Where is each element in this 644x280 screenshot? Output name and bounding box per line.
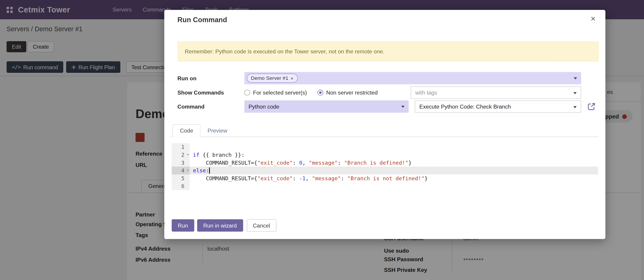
chevron-down-icon xyxy=(573,92,577,94)
warning-banner: Remember: Python code is executed on the… xyxy=(178,41,599,62)
with-tags-select[interactable]: with tags xyxy=(411,86,581,99)
run-in-wizard-button[interactable]: Run in wizard xyxy=(197,219,243,232)
warning-text: Remember: Python code is executed on the… xyxy=(185,48,384,55)
command-value: Execute Python Code: Check Branch xyxy=(419,103,511,109)
chevron-down-icon xyxy=(574,77,577,79)
tab-preview[interactable]: Preview xyxy=(200,125,234,136)
screen: Cetmix Tower Servers Commands Files Tool… xyxy=(0,0,644,280)
command-type-value: Python code xyxy=(248,103,279,109)
show-commands-label: Show Commands xyxy=(178,86,224,99)
radio-non-restricted-label[interactable]: Non server restricted xyxy=(326,90,378,96)
text-cursor xyxy=(209,167,210,174)
radio-selected-servers-label[interactable]: For selected server(s) xyxy=(253,90,307,96)
code-editor[interactable]: 12▾34▾56 if {{ branch }}: COMMAND_RESULT… xyxy=(172,142,598,192)
tab-code[interactable]: Code xyxy=(172,124,200,137)
chip-remove-icon[interactable]: × xyxy=(290,76,294,81)
command-select[interactable]: Execute Python Code: Check Branch xyxy=(415,100,581,113)
radio-non-restricted[interactable] xyxy=(318,90,323,95)
editor-tabbar: Code Preview xyxy=(171,123,599,137)
radio-selected-servers[interactable] xyxy=(244,90,250,95)
server-tag-label: Demo Server #1 xyxy=(251,75,288,81)
fold-arrow-icon[interactable]: ▾ xyxy=(187,167,189,175)
external-link-icon[interactable] xyxy=(587,102,596,111)
server-tag-chip[interactable]: Demo Server #1 × xyxy=(247,74,298,83)
cancel-button[interactable]: Cancel xyxy=(246,219,276,232)
run-command-modal: Run Command × Remember: Python code is e… xyxy=(164,10,606,239)
run-button[interactable]: Run xyxy=(172,219,194,232)
close-icon[interactable]: × xyxy=(591,15,596,23)
run-on-label: Run on xyxy=(178,72,197,84)
fold-arrow-icon[interactable]: ▾ xyxy=(187,151,189,159)
command-label: Command xyxy=(178,100,204,113)
chevron-down-icon xyxy=(401,106,405,108)
modal-title: Run Command xyxy=(178,16,227,24)
command-type-select[interactable]: Python code xyxy=(244,100,409,113)
code-lines[interactable]: if {{ branch }}: COMMAND_RESULT={"exit_c… xyxy=(190,143,598,190)
modal-footer: Run Run in wizard Cancel xyxy=(172,219,276,232)
chevron-down-icon xyxy=(573,106,577,108)
with-tags-placeholder: with tags xyxy=(415,90,437,96)
show-commands-radios: For selected server(s) Non server restri… xyxy=(244,86,378,99)
run-on-select[interactable]: Demo Server #1 × xyxy=(244,72,581,84)
code-gutter: 12▾34▾56 xyxy=(172,143,190,190)
